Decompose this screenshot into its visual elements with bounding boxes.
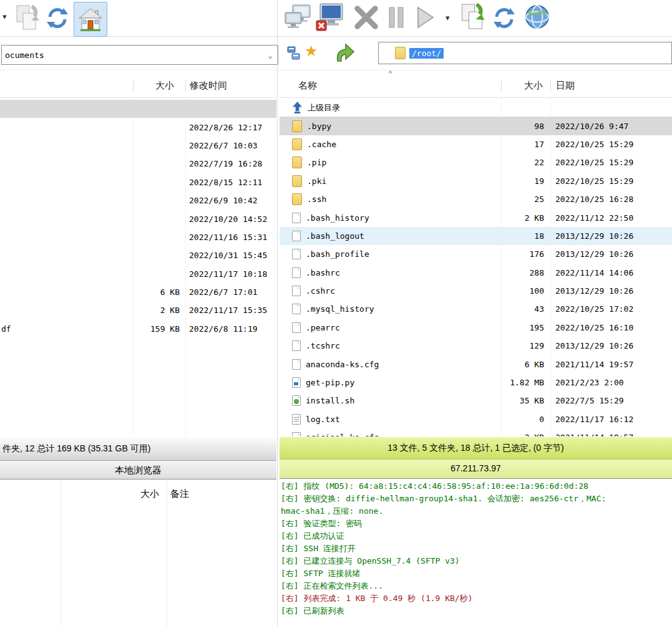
- favorites-star-icon[interactable]: ★: [304, 42, 318, 60]
- transfer-button[interactable]: [460, 2, 487, 31]
- table-row[interactable]: 2022/11/17 10:18: [0, 265, 276, 283]
- parent-directory-row[interactable]: 上级目录: [280, 99, 672, 117]
- file-size: 6 KB: [133, 287, 185, 297]
- folder-icon: [292, 156, 302, 168]
- table-row[interactable]: 2022/6/9 10:42: [0, 191, 276, 209]
- file-name: .bash_profile: [306, 249, 369, 259]
- disconnect-button[interactable]: [315, 2, 345, 32]
- pane-divider[interactable]: [277, 0, 278, 626]
- column-header-size[interactable]: 大小: [133, 80, 185, 92]
- file-size: 2 KB: [501, 213, 550, 223]
- home-button[interactable]: [74, 2, 107, 37]
- file-size: 6 KB: [501, 360, 550, 369]
- table-row[interactable]: 2022/7/19 16:28: [0, 155, 276, 173]
- session-log-panel[interactable]: [右] 指纹 (MD5): 64:a8:15:c4:c4:46:58:95:af…: [281, 480, 672, 615]
- table-row[interactable]: .bash_profile 176 2013/12/29 10:26: [280, 245, 672, 263]
- folder-icon: [292, 175, 302, 187]
- local-bottom-header: 大小 备注: [0, 479, 276, 508]
- file-date: 2022/10/25 15:29: [550, 176, 672, 186]
- file-date: 2022/10/25 16:28: [550, 195, 672, 204]
- column-header-name[interactable]: 名称 ^: [280, 80, 501, 92]
- table-row[interactable]: .bash_logout 18 2013/12/29 10:26: [280, 227, 672, 245]
- table-row[interactable]: install.sh 35 KB 2022/7/5 15:29: [280, 392, 672, 410]
- column-header-size[interactable]: 大小: [501, 80, 550, 92]
- table-row[interactable]: .pki 19 2022/10/25 15:29: [280, 172, 672, 190]
- file-date: 2013/12/29 10:26: [550, 249, 672, 259]
- file-icon: [292, 286, 301, 296]
- table-row[interactable]: 2022/11/16 15:31: [0, 228, 276, 246]
- file-date: 2021/2/23 2:00: [550, 378, 672, 387]
- local-pane: ▾ ocuments ⌄: [0, 0, 276, 626]
- file-modified: 2022/6/7 10:03: [185, 141, 276, 150]
- log-line: [右] SFTP 连接就绪: [281, 567, 672, 580]
- connect-button[interactable]: [284, 2, 313, 32]
- table-row[interactable]: [0, 100, 276, 118]
- file-size: 100: [501, 286, 550, 296]
- log-line: [右] 密钥交换: diffie-hellman-group14-sha1. 会…: [281, 493, 672, 505]
- remote-file-list[interactable]: 上级目录 .bypy 98 2022/10/26 9:47 .cache 17 …: [280, 99, 672, 436]
- log-line: [右] 已建立连接与 OpenSSH_7.4 (SFTP v3): [281, 555, 672, 567]
- column-header-date[interactable]: 日期: [550, 80, 672, 92]
- table-row[interactable]: .tcshrc 129 2013/12/29 10:26: [280, 337, 672, 355]
- remote-address-bar[interactable]: /root/: [378, 42, 672, 64]
- close-icon: [353, 4, 380, 31]
- file-date: 2022/10/26 9:47: [550, 122, 672, 131]
- local-file-list[interactable]: 2022/8/26 12:17 2022/6/7 10:03 2022/7/19…: [0, 100, 276, 436]
- table-row[interactable]: .cshrc 100 2013/12/29 10:26: [280, 282, 672, 300]
- table-row[interactable]: .cache 17 2022/10/25 15:29: [280, 135, 672, 153]
- chevron-down-icon[interactable]: ⌄: [268, 51, 273, 60]
- folder-sync-icon: [287, 46, 301, 61]
- table-row[interactable]: 2022/10/20 14:52: [0, 209, 276, 228]
- table-row[interactable]: .bypy 98 2022/10/26 9:47: [280, 117, 672, 135]
- table-row[interactable]: original-ks.cfg 2 KB 2021/11/14 19:57: [280, 428, 672, 436]
- file-name: .cshrc: [306, 286, 335, 296]
- table-row[interactable]: .bashrc 288 2022/11/14 14:06: [280, 264, 672, 282]
- file-modified: 2022/7/19 16:28: [185, 159, 276, 168]
- refresh-button[interactable]: [493, 6, 515, 31]
- pause-button[interactable]: [387, 5, 406, 30]
- table-row[interactable]: 2022/10/31 15:45: [0, 246, 276, 264]
- table-row[interactable]: 6 KB 2022/6/7 17:01: [0, 283, 276, 301]
- refresh-button[interactable]: [46, 6, 69, 31]
- toolbar-dropdown-icon[interactable]: ▾: [2, 12, 7, 21]
- resume-dropdown-icon[interactable]: ▾: [446, 14, 450, 22]
- transfer-icon[interactable]: [15, 4, 40, 32]
- table-row[interactable]: log.txt 0 2022/11/17 16:12: [280, 410, 672, 428]
- column-header-note[interactable]: 备注: [167, 488, 276, 500]
- file-size: 129: [501, 341, 550, 350]
- file-icon: [292, 304, 301, 314]
- table-row[interactable]: .pip 22 2022/10/25 15:29: [280, 153, 672, 171]
- local-address-bar[interactable]: ocuments ⌄: [1, 45, 278, 65]
- table-row[interactable]: .mysql_history 43 2022/10/25 17:02: [280, 300, 672, 318]
- go-up-button[interactable]: [332, 40, 356, 64]
- table-row[interactable]: get-pip.py 1.82 MB 2021/2/23 2:00: [280, 373, 672, 392]
- web-button[interactable]: [524, 4, 550, 30]
- resume-button[interactable]: [413, 5, 437, 30]
- table-row[interactable]: .pearrc 195 2022/10/25 16:10: [280, 319, 672, 337]
- table-row[interactable]: 2022/8/15 12:11: [0, 173, 276, 191]
- tab-local-browser[interactable]: 本地浏览器: [0, 461, 276, 479]
- local-list-header: 大小 修改时间: [0, 74, 276, 98]
- table-row[interactable]: .ssh 25 2022/10/25 16:28: [280, 190, 672, 208]
- transfer-green-icon: [460, 2, 487, 31]
- file-name: .bash_logout: [306, 231, 364, 241]
- folder-icon: [292, 120, 302, 132]
- file-name: .ssh: [307, 195, 326, 204]
- refresh-icon: [493, 6, 515, 31]
- file-size: 1.82 MB: [501, 378, 550, 387]
- table-row[interactable]: df 159 KB 2022/6/8 11:19: [0, 320, 276, 338]
- file-size: 17: [501, 140, 550, 149]
- table-row[interactable]: anaconda-ks.cfg 6 KB 2021/11/14 19:57: [280, 355, 672, 373]
- column-header-size[interactable]: 大小: [61, 488, 167, 500]
- cancel-button[interactable]: [353, 4, 380, 31]
- table-row[interactable]: .bash_history 2 KB 2022/11/12 22:50: [280, 208, 672, 226]
- file-icon: [292, 213, 301, 223]
- column-header-modified[interactable]: 修改时间: [185, 80, 276, 92]
- up-arrow-icon: [332, 40, 356, 64]
- table-row[interactable]: 2022/6/7 10:03: [0, 137, 276, 155]
- folder-tree-button[interactable]: [287, 46, 301, 61]
- file-name: .bash_history: [306, 213, 369, 223]
- file-name: .bypy: [307, 122, 331, 131]
- table-row[interactable]: 2 KB 2022/11/17 15:35: [0, 301, 276, 319]
- table-row[interactable]: 2022/8/26 12:17: [0, 118, 276, 136]
